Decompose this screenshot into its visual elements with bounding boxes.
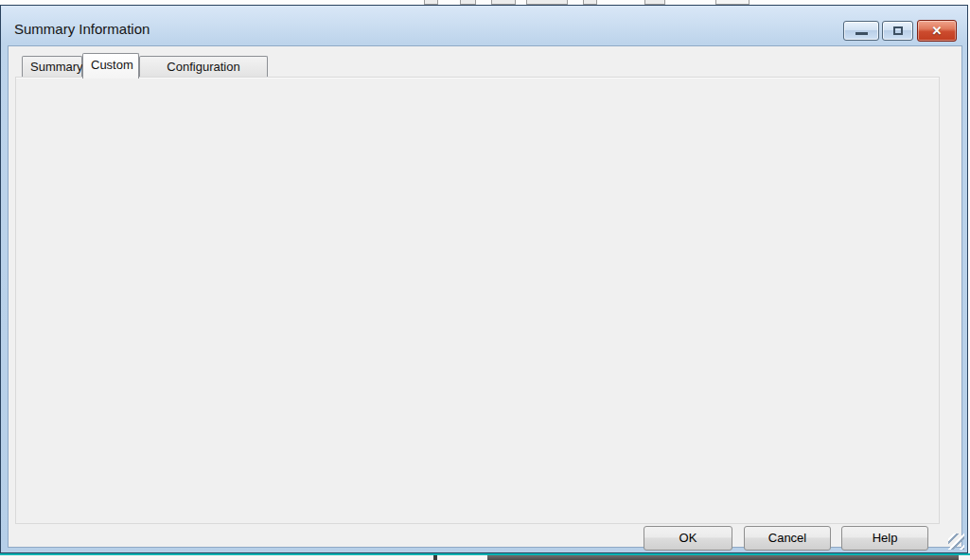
- summary-information-dialog: Summary Information ✕ Summary Custom Con…: [0, 5, 968, 553]
- background-statusbar-fragment: [487, 555, 959, 560]
- help-button[interactable]: Help: [841, 526, 928, 551]
- dialog-title: Summary Information: [14, 21, 150, 37]
- maximize-icon: [893, 26, 903, 35]
- background-statusbar-tick: [433, 555, 437, 560]
- tab-configuration-specific[interactable]: Configuration Specific: [139, 56, 268, 78]
- minimize-button[interactable]: [843, 21, 879, 41]
- titlebar[interactable]: Summary Information ✕: [2, 6, 966, 45]
- screen: Summary Information ✕ Summary Custom Con…: [0, 0, 970, 560]
- minimize-icon: [855, 32, 868, 35]
- cancel-button[interactable]: Cancel: [744, 526, 831, 551]
- tab-custom[interactable]: Custom: [82, 53, 139, 79]
- resize-grip[interactable]: [948, 534, 964, 550]
- background-teal-edge: [0, 553, 970, 555]
- close-button[interactable]: ✕: [917, 20, 957, 42]
- ok-button[interactable]: OK: [644, 526, 732, 551]
- tab-page-custom: [15, 77, 940, 524]
- tab-summary[interactable]: Summary: [22, 56, 82, 78]
- maximize-button[interactable]: [882, 21, 913, 41]
- dialog-client-area: Summary Custom Configuration Specific De…: [8, 45, 962, 548]
